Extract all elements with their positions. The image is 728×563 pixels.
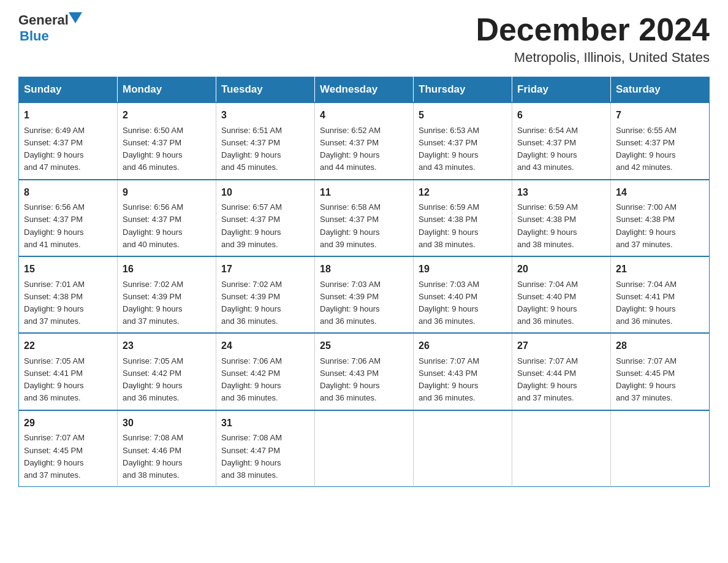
day-number: 7 [616, 108, 704, 123]
weekday-wednesday: Wednesday [315, 77, 414, 103]
calendar-cell [414, 410, 512, 487]
day-number: 29 [24, 416, 112, 431]
day-number: 4 [320, 108, 408, 123]
day-info: Sunrise: 7:00 AMSunset: 4:38 PMDaylight:… [616, 202, 677, 248]
week-row-4: 22Sunrise: 7:05 AMSunset: 4:41 PMDayligh… [19, 333, 710, 410]
day-number: 9 [123, 185, 211, 201]
title-area: December 2024 Metropolis, Illinois, Unit… [476, 12, 710, 66]
calendar-cell: 4Sunrise: 6:52 AMSunset: 4:37 PMDaylight… [315, 102, 414, 179]
logo: General Blue [18, 12, 82, 44]
day-info: Sunrise: 6:56 AMSunset: 4:37 PMDaylight:… [123, 202, 183, 248]
day-info: Sunrise: 6:59 AMSunset: 4:38 PMDaylight:… [419, 202, 479, 248]
day-number: 13 [517, 185, 605, 201]
day-info: Sunrise: 6:58 AMSunset: 4:37 PMDaylight:… [320, 202, 381, 248]
calendar-cell: 29Sunrise: 7:07 AMSunset: 4:45 PMDayligh… [19, 410, 118, 487]
page-header: General Blue December 2024 Metropolis, I… [18, 12, 710, 66]
svg-marker-0 [69, 12, 82, 23]
day-info: Sunrise: 7:05 AMSunset: 4:41 PMDaylight:… [24, 356, 85, 402]
day-info: Sunrise: 7:08 AMSunset: 4:46 PMDaylight:… [123, 433, 183, 479]
day-info: Sunrise: 7:04 AMSunset: 4:40 PMDaylight:… [517, 280, 578, 326]
calendar-cell: 28Sunrise: 7:07 AMSunset: 4:45 PMDayligh… [611, 333, 710, 410]
calendar-cell: 10Sunrise: 6:57 AMSunset: 4:37 PMDayligh… [216, 180, 315, 256]
calendar-cell [512, 410, 611, 487]
calendar-cell: 12Sunrise: 6:59 AMSunset: 4:38 PMDayligh… [414, 180, 512, 256]
day-number: 18 [320, 262, 408, 277]
calendar-cell: 26Sunrise: 7:07 AMSunset: 4:43 PMDayligh… [414, 333, 512, 410]
weekday-friday: Friday [512, 77, 611, 103]
calendar-table: SundayMondayTuesdayWednesdayThursdayFrid… [18, 77, 710, 487]
week-row-2: 8Sunrise: 6:56 AMSunset: 4:37 PMDaylight… [19, 180, 710, 256]
day-info: Sunrise: 7:05 AMSunset: 4:42 PMDaylight:… [123, 356, 183, 402]
weekday-header-row: SundayMondayTuesdayWednesdayThursdayFrid… [19, 77, 710, 103]
day-info: Sunrise: 6:56 AMSunset: 4:37 PMDaylight:… [24, 202, 85, 248]
logo-text: General Blue [18, 12, 82, 44]
day-info: Sunrise: 7:04 AMSunset: 4:41 PMDaylight:… [616, 280, 677, 326]
weekday-thursday: Thursday [414, 77, 512, 103]
logo-general: General [18, 12, 69, 28]
day-info: Sunrise: 7:07 AMSunset: 4:45 PMDaylight:… [24, 433, 85, 479]
day-number: 30 [123, 416, 211, 431]
calendar-cell: 13Sunrise: 6:59 AMSunset: 4:38 PMDayligh… [512, 180, 611, 256]
day-info: Sunrise: 6:55 AMSunset: 4:37 PMDaylight:… [616, 126, 677, 172]
location-title: Metropolis, Illinois, United States [476, 50, 710, 66]
day-number: 16 [123, 262, 211, 277]
day-number: 14 [616, 185, 704, 201]
day-number: 3 [221, 108, 309, 123]
day-number: 11 [320, 185, 408, 201]
week-row-1: 1Sunrise: 6:49 AMSunset: 4:37 PMDaylight… [19, 102, 710, 179]
weekday-sunday: Sunday [19, 77, 118, 103]
day-number: 17 [221, 262, 309, 277]
day-number: 5 [419, 108, 507, 123]
day-number: 1 [24, 108, 112, 123]
day-number: 26 [419, 339, 507, 354]
day-number: 10 [221, 185, 309, 201]
calendar-cell: 5Sunrise: 6:53 AMSunset: 4:37 PMDaylight… [414, 102, 512, 179]
calendar-cell: 19Sunrise: 7:03 AMSunset: 4:40 PMDayligh… [414, 256, 512, 333]
calendar-cell: 24Sunrise: 7:06 AMSunset: 4:42 PMDayligh… [216, 333, 315, 410]
weekday-tuesday: Tuesday [216, 77, 315, 103]
calendar-cell: 3Sunrise: 6:51 AMSunset: 4:37 PMDaylight… [216, 102, 315, 179]
calendar-cell: 7Sunrise: 6:55 AMSunset: 4:37 PMDaylight… [611, 102, 710, 179]
day-number: 22 [24, 339, 112, 354]
weekday-monday: Monday [118, 77, 216, 103]
day-info: Sunrise: 6:54 AMSunset: 4:37 PMDaylight:… [517, 126, 578, 172]
day-info: Sunrise: 7:06 AMSunset: 4:42 PMDaylight:… [221, 356, 282, 402]
calendar-cell: 9Sunrise: 6:56 AMSunset: 4:37 PMDaylight… [118, 180, 216, 256]
day-info: Sunrise: 7:07 AMSunset: 4:43 PMDaylight:… [419, 356, 479, 402]
calendar-cell [315, 410, 414, 487]
logo-triangle-icon [69, 12, 82, 23]
calendar-cell: 30Sunrise: 7:08 AMSunset: 4:46 PMDayligh… [118, 410, 216, 487]
calendar-cell: 17Sunrise: 7:02 AMSunset: 4:39 PMDayligh… [216, 256, 315, 333]
day-number: 20 [517, 262, 605, 277]
day-number: 31 [221, 416, 309, 431]
day-info: Sunrise: 6:59 AMSunset: 4:38 PMDaylight:… [517, 202, 578, 248]
day-number: 28 [616, 339, 704, 354]
day-number: 12 [419, 185, 507, 201]
day-number: 21 [616, 262, 704, 277]
calendar-header: SundayMondayTuesdayWednesdayThursdayFrid… [19, 77, 710, 103]
calendar-cell: 11Sunrise: 6:58 AMSunset: 4:37 PMDayligh… [315, 180, 414, 256]
calendar-body: 1Sunrise: 6:49 AMSunset: 4:37 PMDaylight… [19, 102, 710, 486]
day-number: 24 [221, 339, 309, 354]
calendar-cell: 6Sunrise: 6:54 AMSunset: 4:37 PMDaylight… [512, 102, 611, 179]
day-number: 23 [123, 339, 211, 354]
day-info: Sunrise: 7:07 AMSunset: 4:45 PMDaylight:… [616, 356, 677, 402]
calendar-cell: 8Sunrise: 6:56 AMSunset: 4:37 PMDaylight… [19, 180, 118, 256]
day-info: Sunrise: 7:06 AMSunset: 4:43 PMDaylight:… [320, 356, 381, 402]
calendar-cell: 22Sunrise: 7:05 AMSunset: 4:41 PMDayligh… [19, 333, 118, 410]
calendar-cell: 31Sunrise: 7:08 AMSunset: 4:47 PMDayligh… [216, 410, 315, 487]
day-number: 6 [517, 108, 605, 123]
calendar-cell: 16Sunrise: 7:02 AMSunset: 4:39 PMDayligh… [118, 256, 216, 333]
calendar-cell: 27Sunrise: 7:07 AMSunset: 4:44 PMDayligh… [512, 333, 611, 410]
day-info: Sunrise: 6:50 AMSunset: 4:37 PMDaylight:… [123, 126, 183, 172]
calendar-cell: 23Sunrise: 7:05 AMSunset: 4:42 PMDayligh… [118, 333, 216, 410]
calendar-cell [611, 410, 710, 487]
day-number: 19 [419, 262, 507, 277]
day-number: 15 [24, 262, 112, 277]
week-row-3: 15Sunrise: 7:01 AMSunset: 4:38 PMDayligh… [19, 256, 710, 333]
calendar-cell: 25Sunrise: 7:06 AMSunset: 4:43 PMDayligh… [315, 333, 414, 410]
day-number: 25 [320, 339, 408, 354]
calendar-cell: 14Sunrise: 7:00 AMSunset: 4:38 PMDayligh… [611, 180, 710, 256]
day-number: 27 [517, 339, 605, 354]
day-info: Sunrise: 7:02 AMSunset: 4:39 PMDaylight:… [123, 280, 183, 326]
